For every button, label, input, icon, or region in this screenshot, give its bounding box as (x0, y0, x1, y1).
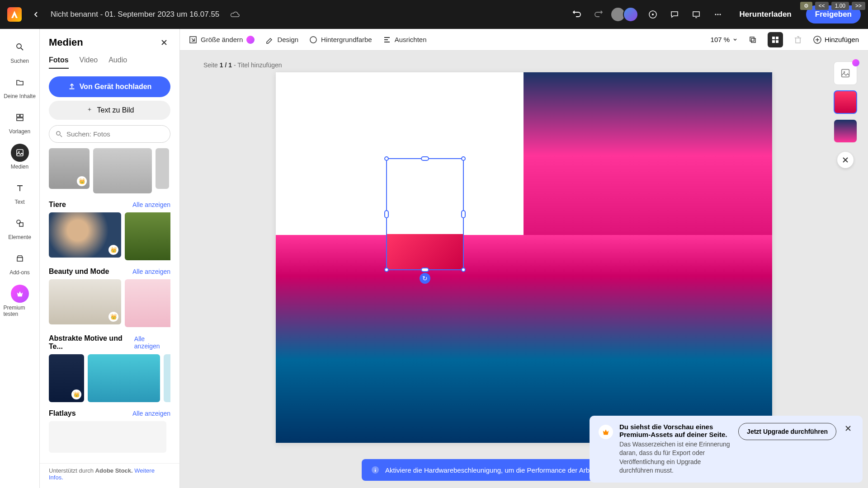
search-box[interactable] (49, 125, 170, 143)
stock-thumb[interactable]: 👑 (49, 279, 121, 324)
document-title[interactable]: Nicht benannt - 01. September 2023 um 16… (51, 10, 219, 19)
svg-point-14 (57, 131, 60, 135)
selected-image[interactable] (387, 234, 463, 269)
rail-your-content[interactable]: Deine Inhalte (4, 70, 36, 103)
grid-view-button[interactable] (768, 32, 783, 47)
delete-button[interactable] (790, 32, 806, 47)
panel-footer: Unterstützt durch Adobe Stock. Weitere I… (40, 463, 179, 488)
present-icon[interactable] (689, 7, 703, 22)
search-input[interactable] (66, 130, 164, 138)
more-icon[interactable] (711, 7, 725, 22)
rotate-handle[interactable]: ↻ (420, 273, 430, 284)
tab-audio[interactable]: Audio (108, 52, 127, 69)
premium-badge-icon: 👑 (77, 176, 87, 186)
svg-rect-18 (751, 38, 755, 42)
svg-rect-7 (17, 114, 19, 117)
crown-icon (599, 425, 613, 439)
close-panel-button[interactable] (158, 36, 170, 49)
tab-video[interactable]: Video (80, 52, 98, 69)
help-icon[interactable] (646, 7, 660, 22)
canvas-toolbar: Größe ändern Design Hintergrundfarbe Aus… (180, 29, 868, 51)
selection-box[interactable]: ↻ (386, 158, 464, 270)
svg-rect-17 (750, 37, 754, 41)
text-to-image-button[interactable]: Text zu Bild (49, 101, 170, 120)
cloud-sync-icon[interactable] (230, 11, 240, 18)
stock-thumb[interactable]: 👑 (49, 354, 84, 402)
premium-preview-toast: Du siehst die Vorschau eines Premium-Ass… (590, 416, 863, 483)
stock-thumb[interactable] (164, 354, 170, 402)
add-button[interactable]: Hinzufügen (813, 35, 859, 44)
layer-thumb[interactable] (834, 90, 857, 114)
bgcolor-button[interactable]: Hintergrundfarbe (309, 36, 372, 44)
page-indicator[interactable]: Seite 1 / 1 - Titel hinzufügen (203, 61, 850, 69)
stock-thumb[interactable] (88, 354, 160, 402)
upload-label: Von Gerät hochladen (80, 83, 152, 91)
stock-thumb[interactable]: 👑 (49, 212, 121, 258)
resize-handle[interactable] (461, 156, 466, 161)
stock-thumb[interactable] (156, 148, 169, 189)
sparkle-icon (85, 106, 94, 114)
svg-rect-8 (20, 114, 23, 117)
align-button[interactable]: Ausrichten (383, 36, 427, 44)
resize-handle[interactable] (461, 210, 466, 218)
premium-toast-text: Das Wasserzeichen ist eine Erinnerung da… (619, 440, 732, 475)
back-button[interactable] (29, 7, 43, 22)
canvas-image[interactable] (276, 235, 772, 443)
see-all-flatlays[interactable]: Alle anzeigen (132, 410, 170, 417)
resize-handle[interactable] (421, 267, 429, 272)
stock-thumb[interactable] (125, 212, 170, 260)
download-button[interactable]: Herunterladen (732, 6, 799, 23)
rail-addons[interactable]: Add-ons (4, 246, 36, 279)
category-flatlays: Flatlays (49, 409, 76, 418)
panel-title: Medien (49, 37, 83, 48)
rail-elements[interactable]: Elemente (4, 211, 36, 244)
svg-rect-20 (776, 37, 778, 39)
resize-handle[interactable] (384, 156, 389, 161)
resize-icon (189, 36, 197, 44)
collaborators[interactable] (613, 7, 638, 22)
rail-text[interactable]: Text (4, 175, 36, 209)
resize-handle[interactable] (384, 210, 389, 218)
canvas-page[interactable]: ↻ (276, 72, 772, 443)
canvas-area: Größe ändern Design Hintergrundfarbe Aus… (180, 29, 868, 488)
upgrade-button[interactable]: Jetzt Upgrade durchführen (738, 423, 836, 440)
stock-thumb[interactable] (93, 148, 152, 193)
layer-thumb[interactable] (834, 119, 857, 143)
see-all-beauty[interactable]: Alle anzeigen (132, 268, 170, 275)
layers-button[interactable] (745, 32, 760, 47)
avatar (623, 7, 638, 22)
svg-rect-9 (17, 118, 23, 121)
undo-button[interactable] (570, 7, 584, 22)
search-icon (56, 131, 63, 138)
rail-templates[interactable]: Vorlagen (4, 105, 36, 138)
stock-thumb[interactable]: 👑 (49, 148, 90, 189)
design-button[interactable]: Design (265, 36, 298, 44)
zoom-dropdown[interactable]: 107 % (711, 36, 738, 43)
rail-premium-label: Premium testen (4, 305, 36, 317)
svg-rect-10 (17, 150, 23, 156)
stock-thumb[interactable] (49, 421, 166, 453)
resize-button[interactable]: Größe ändern (189, 36, 255, 44)
left-rail: Suchen Deine Inhalte Vorlagen Medien Tex… (0, 29, 40, 488)
resize-handle[interactable] (461, 267, 466, 272)
see-all-abstract[interactable]: Alle anzeigen (134, 335, 170, 350)
rail-media[interactable]: Medien (4, 140, 36, 174)
redo-button[interactable] (591, 7, 606, 22)
resize-handle[interactable] (421, 156, 429, 161)
upload-button[interactable]: Von Gerät hochladen (49, 76, 170, 97)
plus-circle-icon (813, 35, 822, 44)
comment-icon[interactable] (667, 7, 682, 22)
svg-rect-2 (693, 12, 699, 16)
close-premium-toast-button[interactable] (843, 423, 854, 434)
tab-photos[interactable]: Fotos (49, 52, 69, 69)
layer-thumb[interactable] (834, 61, 857, 85)
rail-templates-label: Vorlagen (9, 128, 30, 135)
close-layers-button[interactable] (837, 152, 854, 168)
stock-thumb[interactable] (125, 279, 170, 327)
rail-addons-label: Add-ons (9, 269, 30, 276)
see-all-animals[interactable]: Alle anzeigen (132, 201, 170, 208)
resize-handle[interactable] (384, 267, 389, 272)
image-icon (840, 68, 851, 79)
rail-premium[interactable]: Premium testen (4, 281, 36, 321)
rail-search[interactable]: Suchen (4, 34, 36, 68)
